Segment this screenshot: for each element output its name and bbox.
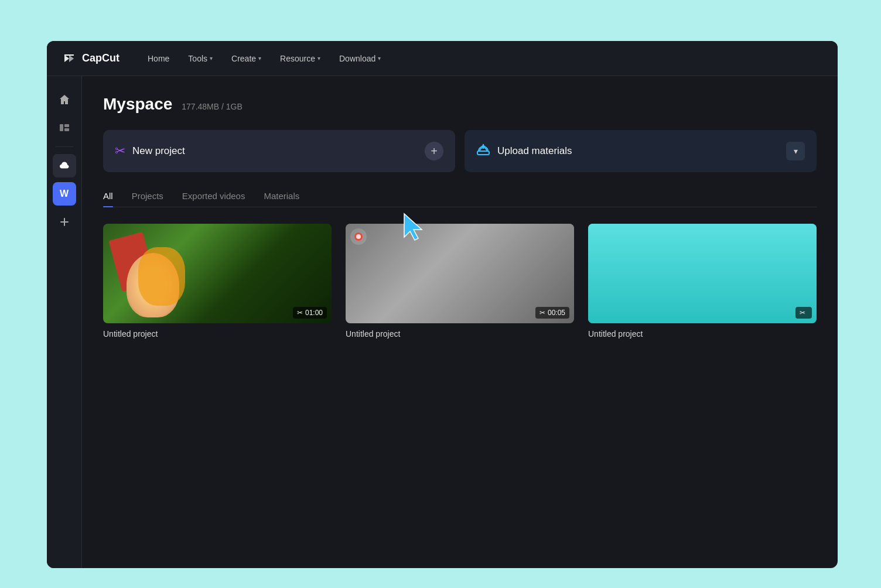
sidebar-home-icon[interactable] xyxy=(53,88,76,111)
logo: CapCut xyxy=(61,50,119,67)
tab-exported-videos[interactable]: Exported videos xyxy=(182,191,245,207)
page-header: Myspace 177.48MB / 1GB xyxy=(103,95,817,114)
logo-text: CapCut xyxy=(82,52,119,64)
project-card[interactable]: ✂ 01:00 Untitled project xyxy=(103,224,332,339)
nav-resource[interactable]: Resource ▾ xyxy=(280,54,320,63)
upload-cloud-icon xyxy=(476,142,490,160)
tab-all[interactable]: All xyxy=(103,191,113,207)
sidebar-cloud-icon[interactable] xyxy=(53,154,76,177)
new-project-button[interactable]: ✂ New project + xyxy=(103,130,455,172)
scissors-icon: ✂ xyxy=(115,143,125,159)
svg-rect-3 xyxy=(64,124,69,127)
top-nav: CapCut Home Tools ▾ Create ▾ Resource ▾ … xyxy=(47,41,838,76)
svg-point-7 xyxy=(356,234,361,239)
nav-home[interactable]: Home xyxy=(148,54,169,63)
watermark-icon xyxy=(350,228,367,245)
project-name: Untitled project xyxy=(103,329,332,339)
project-name: Untitled project xyxy=(346,329,574,339)
project-card[interactable]: ✂ 00:05 Untitled project xyxy=(346,224,574,339)
nav-create[interactable]: Create ▾ xyxy=(231,54,261,63)
project-thumbnail: ✂ xyxy=(588,224,817,323)
new-project-label: New project xyxy=(132,145,185,157)
tab-projects[interactable]: Projects xyxy=(132,191,163,207)
sidebar: W xyxy=(47,76,82,568)
upload-chevron-icon[interactable]: ▾ xyxy=(786,142,805,160)
storage-info: 177.48MB / 1GB xyxy=(182,102,243,111)
project-card[interactable]: ✂ Untitled project xyxy=(588,224,817,339)
page-title: Myspace xyxy=(103,95,172,114)
duration-badge: ✂ 01:00 xyxy=(293,307,327,319)
duration-badge: ✂ 00:05 xyxy=(535,307,569,319)
create-chevron-icon: ▾ xyxy=(258,55,261,61)
tools-chevron-icon: ▾ xyxy=(210,55,213,61)
upload-materials-button[interactable]: Upload materials ▾ xyxy=(465,130,817,172)
project-thumbnail: ✂ 00:05 xyxy=(346,224,574,323)
duration-value: 00:05 xyxy=(548,309,565,317)
main-content: Myspace 177.48MB / 1GB ✂ New project + xyxy=(82,76,838,568)
svg-rect-2 xyxy=(60,124,63,131)
download-chevron-icon: ▾ xyxy=(378,55,381,61)
sidebar-divider xyxy=(56,146,73,147)
main-layout: W Myspace 177.48MB / 1GB ✂ New project xyxy=(47,76,838,568)
resource-chevron-icon: ▾ xyxy=(317,55,320,61)
upload-label: Upload materials xyxy=(497,145,572,157)
sidebar-storyboard-icon[interactable] xyxy=(53,116,76,139)
tab-materials[interactable]: Materials xyxy=(264,191,299,207)
svg-rect-4 xyxy=(64,128,69,131)
scissors-small-icon: ✂ xyxy=(800,309,805,317)
project-thumbnail: ✂ 01:00 xyxy=(103,224,332,323)
projects-grid: ✂ 01:00 Untitled project xyxy=(103,224,817,339)
plus-icon: + xyxy=(425,142,443,160)
tabs: All Projects Exported videos Materials xyxy=(103,191,817,207)
project-name: Untitled project xyxy=(588,329,817,339)
svg-rect-5 xyxy=(477,151,489,155)
nav-download[interactable]: Download ▾ xyxy=(339,54,381,63)
logo-icon xyxy=(61,50,77,67)
scissors-small-icon: ✂ xyxy=(539,309,545,317)
duration-value: 01:00 xyxy=(305,309,323,317)
sidebar-add-icon[interactable] xyxy=(53,210,76,234)
nav-tools[interactable]: Tools ▾ xyxy=(188,54,213,63)
thumbnail-content xyxy=(127,253,179,317)
scissors-small-icon: ✂ xyxy=(297,309,303,317)
action-row: ✂ New project + xyxy=(103,130,817,172)
sidebar-word-icon[interactable]: W xyxy=(53,182,76,206)
duration-badge: ✂ xyxy=(795,307,812,319)
app-container: CapCut Home Tools ▾ Create ▾ Resource ▾ … xyxy=(47,41,838,568)
upload-left: Upload materials xyxy=(476,142,572,160)
new-project-left: ✂ New project xyxy=(115,143,185,159)
